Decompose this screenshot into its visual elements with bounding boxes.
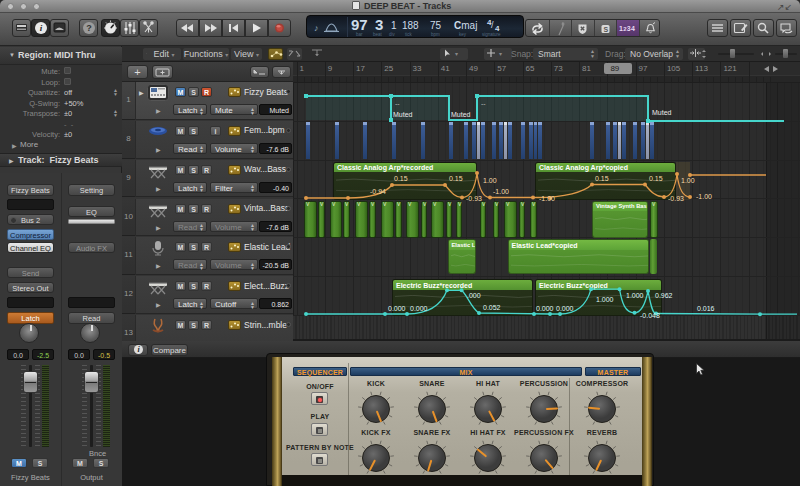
svg-text:0.000: 0.000 [410, 305, 428, 312]
svg-text:.000: .000 [467, 292, 481, 299]
svg-text:0.000: 0.000 [556, 305, 574, 312]
svg-text:1.000: 1.000 [596, 296, 614, 303]
svg-text:S: S [604, 26, 609, 33]
svg-text:0.15: 0.15 [649, 175, 663, 182]
svg-text:-1.00: -1.00 [539, 195, 555, 202]
svg-text:Muted: Muted [652, 109, 672, 116]
svg-text:Muted: Muted [451, 111, 471, 118]
svg-text:--: -- [395, 100, 400, 107]
svg-text:▾: ▾ [499, 51, 502, 57]
svg-text:1.00: 1.00 [681, 177, 695, 184]
svg-text:-0.94: -0.94 [370, 188, 386, 195]
svg-text:0.016: 0.016 [697, 305, 715, 312]
svg-text:-1.00: -1.00 [493, 188, 509, 195]
svg-text:0.000: 0.000 [536, 305, 554, 312]
svg-text:0.15: 0.15 [595, 175, 609, 182]
svg-text:0.15: 0.15 [449, 175, 463, 182]
svg-text:0.052: 0.052 [483, 304, 501, 311]
svg-text:-0.93: -0.93 [466, 195, 482, 202]
svg-text:Muted: Muted [393, 111, 413, 118]
svg-text:0.000: 0.000 [388, 305, 406, 312]
svg-text:0.15: 0.15 [394, 175, 408, 182]
svg-text:1.00: 1.00 [483, 177, 497, 184]
svg-text:▾: ▾ [455, 51, 458, 57]
svg-text:-0.93: -0.93 [668, 195, 684, 202]
svg-text:--: -- [481, 100, 486, 107]
svg-text:-1.00: -1.00 [696, 193, 712, 200]
svg-text:1.000: 1.000 [626, 292, 644, 299]
svg-text:♪: ♪ [314, 23, 319, 33]
svg-text:0.962: 0.962 [655, 292, 673, 299]
svg-text:-0.048: -0.048 [640, 312, 660, 319]
